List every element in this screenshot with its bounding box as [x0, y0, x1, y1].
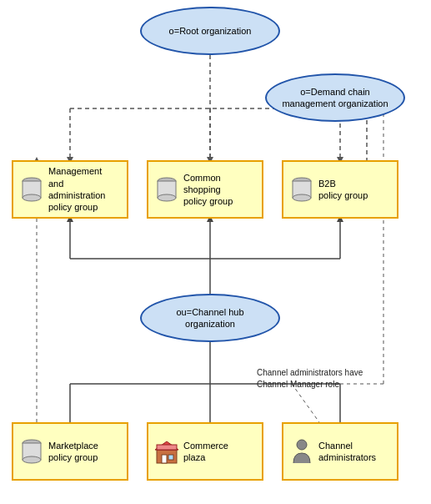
svg-rect-45	[168, 455, 173, 460]
svg-rect-44	[162, 455, 167, 463]
common-label: Common shopping policy group	[183, 172, 255, 208]
commerce-plaza-box: Commerce plaza	[147, 422, 263, 481]
cylinder-icon-management	[20, 178, 43, 201]
channel-admin-label: Channel administrators	[318, 440, 390, 464]
demand-chain-label: o=Demand chain management organization	[282, 86, 388, 110]
svg-point-41	[23, 456, 41, 463]
commerce-label: Commerce plaza	[183, 440, 255, 464]
b2b-box: B2B policy group	[282, 160, 398, 219]
svg-point-35	[158, 194, 176, 201]
demand-chain-node: o=Demand chain management organization	[265, 73, 405, 122]
cylinder-icon-b2b	[290, 178, 313, 201]
svg-rect-46	[157, 445, 177, 450]
store-icon	[155, 440, 178, 463]
diagram: o=Root organization o=Demand chain manag…	[0, 0, 431, 504]
channel-admin-box: Channel administrators	[282, 422, 398, 481]
management-label: Management and administration policy gro…	[48, 165, 120, 213]
marketplace-box: Marketplace policy group	[12, 422, 128, 481]
cylinder-icon-marketplace	[20, 440, 43, 463]
channel-hub-node: ou=Channel hub organization	[140, 294, 280, 342]
svg-point-47	[297, 440, 307, 450]
management-box: Management and administration policy gro…	[12, 160, 128, 219]
channel-hub-label: ou=Channel hub organization	[176, 306, 243, 330]
channel-manager-note: Channel administrators have Channel Mana…	[257, 367, 390, 391]
b2b-label: B2B policy group	[318, 178, 390, 202]
svg-point-32	[23, 194, 41, 201]
common-shopping-box: Common shopping policy group	[147, 160, 263, 219]
root-org-node: o=Root organization	[140, 7, 280, 55]
person-icon	[290, 440, 313, 463]
cylinder-icon-common	[155, 178, 178, 201]
root-org-label: o=Root organization	[169, 25, 252, 37]
svg-point-38	[293, 194, 311, 201]
marketplace-label: Marketplace policy group	[48, 440, 120, 464]
